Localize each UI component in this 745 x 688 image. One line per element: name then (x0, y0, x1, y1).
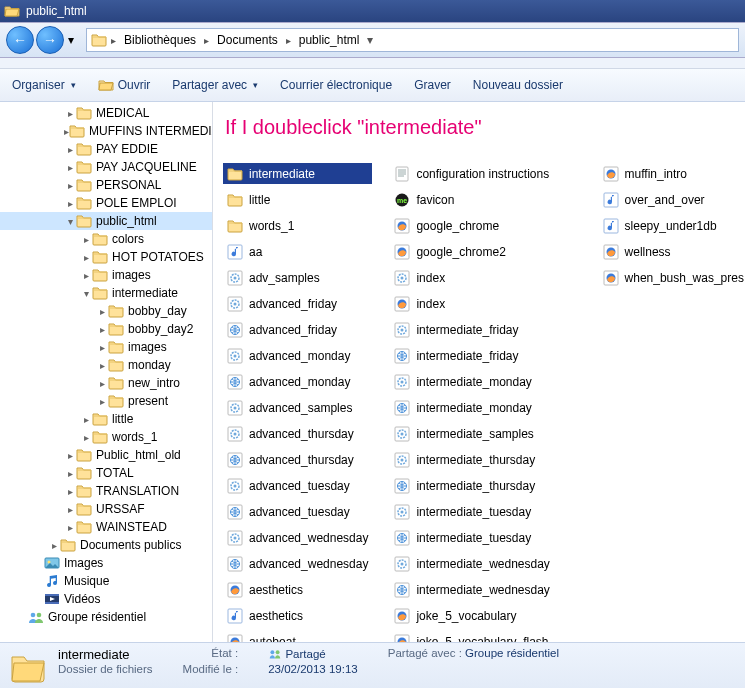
tree-item[interactable]: ▸MEDICAL (0, 104, 212, 122)
tree-item[interactable]: ▸PERSONAL (0, 176, 212, 194)
tree-item[interactable]: ▸bobby_day (0, 302, 212, 320)
file-item[interactable]: intermediate_friday (390, 345, 580, 366)
expand-toggle[interactable]: ▸ (96, 378, 108, 389)
tree-item[interactable]: ▸Documents publics (0, 536, 212, 554)
expand-toggle[interactable]: ▸ (96, 324, 108, 335)
crumb-2[interactable]: public_html (295, 31, 364, 49)
tree-item[interactable]: ▸MUFFINS INTERMEDIATI (0, 122, 212, 140)
file-item[interactable]: intermediate_tuesday (390, 527, 580, 548)
expand-toggle[interactable]: ▸ (80, 252, 92, 263)
tree-item[interactable]: Vidéos (0, 590, 212, 608)
tree-item[interactable]: ▸URSSAF (0, 500, 212, 518)
email-button[interactable]: Courrier électronique (276, 76, 396, 94)
file-item[interactable]: intermediate_tuesday (390, 501, 580, 522)
tree-item[interactable]: Groupe résidentiel (0, 608, 212, 626)
expand-toggle[interactable]: ▸ (64, 504, 76, 515)
file-item[interactable]: google_chrome2 (390, 241, 580, 262)
tree-item[interactable]: Images (0, 554, 212, 572)
expand-toggle[interactable]: ▸ (64, 198, 76, 209)
crumb-0[interactable]: Bibliothèques (120, 31, 200, 49)
file-item[interactable]: aesthetics (223, 605, 372, 626)
tree-item[interactable]: ▸bobby_day2 (0, 320, 212, 338)
tree-item[interactable]: ▸PAY JACQUELINE (0, 158, 212, 176)
tree-item[interactable]: ▾public_html (0, 212, 212, 230)
expand-toggle[interactable]: ▸ (64, 486, 76, 497)
tree-item[interactable]: ▸POLE EMPLOI (0, 194, 212, 212)
file-item[interactable]: advanced_friday (223, 319, 372, 340)
file-item[interactable]: advanced_thursday (223, 423, 372, 444)
tree-item[interactable]: ▸Public_html_old (0, 446, 212, 464)
file-item[interactable]: intermediate_thursday (390, 449, 580, 470)
tree-item[interactable]: ▸TOTAL (0, 464, 212, 482)
file-item[interactable]: advanced_wednesday (223, 527, 372, 548)
expand-toggle[interactable]: ▸ (96, 342, 108, 353)
tree-item[interactable]: ▸WAINSTEAD (0, 518, 212, 536)
file-item[interactable]: over_and_over (599, 189, 745, 210)
file-item[interactable]: intermediate_monday (390, 397, 580, 418)
breadcrumb[interactable]: Bibliothèques Documents public_html ▾ (86, 28, 739, 52)
expand-toggle[interactable]: ▸ (80, 432, 92, 443)
history-dropdown[interactable]: ▾ (64, 27, 78, 53)
organize-button[interactable]: Organiser (8, 76, 80, 94)
file-item[interactable]: wellness (599, 241, 745, 262)
expand-toggle[interactable]: ▸ (80, 270, 92, 281)
file-item[interactable]: aa (223, 241, 372, 262)
share-with-button[interactable]: Partager avec (168, 76, 262, 94)
file-item[interactable]: advanced_tuesday (223, 501, 372, 522)
tree-item[interactable]: ▾intermediate (0, 284, 212, 302)
expand-toggle[interactable]: ▸ (80, 414, 92, 425)
expand-toggle[interactable]: ▸ (64, 180, 76, 191)
file-item[interactable]: index (390, 267, 580, 288)
folder-tree[interactable]: ▸MEDICAL▸MUFFINS INTERMEDIATI▸PAY EDDIE▸… (0, 102, 213, 642)
file-item[interactable]: intermediate_thursday (390, 475, 580, 496)
tree-item[interactable]: ▸little (0, 410, 212, 428)
file-item[interactable]: intermediate (223, 163, 372, 184)
new-folder-button[interactable]: Nouveau dossier (469, 76, 567, 94)
file-item[interactable]: joke_5_vocabulary_flash (390, 631, 580, 642)
tree-item[interactable]: ▸images (0, 266, 212, 284)
file-item[interactable]: intermediate_monday (390, 371, 580, 392)
tree-item[interactable]: ▸PAY EDDIE (0, 140, 212, 158)
expand-toggle[interactable]: ▸ (80, 234, 92, 245)
expand-toggle[interactable]: ▸ (64, 522, 76, 533)
file-item[interactable]: configuration instructions (390, 163, 580, 184)
file-item[interactable]: words_1 (223, 215, 372, 236)
tree-item[interactable]: ▸new_intro (0, 374, 212, 392)
tree-item[interactable]: ▸images (0, 338, 212, 356)
expand-toggle[interactable]: ▸ (64, 468, 76, 479)
file-item[interactable]: intermediate_friday (390, 319, 580, 340)
expand-toggle[interactable]: ▸ (64, 450, 76, 461)
file-item[interactable]: muffin_intro (599, 163, 745, 184)
open-button[interactable]: Ouvrir (94, 75, 155, 95)
file-item[interactable]: google_chrome (390, 215, 580, 236)
file-item[interactable]: joke_5_vocabulary (390, 605, 580, 626)
tree-item[interactable]: ▸words_1 (0, 428, 212, 446)
file-item[interactable]: intermediate_wednesday (390, 579, 580, 600)
tree-item[interactable]: ▸HOT POTATOES (0, 248, 212, 266)
forward-button[interactable]: → (36, 26, 64, 54)
content-pane[interactable]: If I doubleclick "intermediate" intermed… (213, 102, 745, 642)
tree-item[interactable]: ▸monday (0, 356, 212, 374)
expand-toggle[interactable]: ▸ (96, 396, 108, 407)
expand-toggle[interactable]: ▾ (80, 288, 92, 299)
file-item[interactable]: autobeat (223, 631, 372, 642)
tree-item[interactable]: ▸present (0, 392, 212, 410)
expand-toggle[interactable]: ▾ (64, 216, 76, 227)
file-item[interactable]: favicon (390, 189, 580, 210)
tree-item[interactable]: ▸TRANSLATION (0, 482, 212, 500)
file-item[interactable]: intermediate_wednesday (390, 553, 580, 574)
burn-button[interactable]: Graver (410, 76, 455, 94)
crumb-1[interactable]: Documents (213, 31, 282, 49)
file-item[interactable]: little (223, 189, 372, 210)
back-button[interactable]: ← (6, 26, 34, 54)
file-item[interactable]: advanced_tuesday (223, 475, 372, 496)
crumb-tail-arrow[interactable]: ▾ (365, 33, 375, 47)
file-item[interactable]: advanced_wednesday (223, 553, 372, 574)
tree-item[interactable]: Musique (0, 572, 212, 590)
file-item[interactable]: adv_samples (223, 267, 372, 288)
file-item[interactable]: advanced_monday (223, 345, 372, 366)
file-item[interactable]: intermediate_samples (390, 423, 580, 444)
expand-toggle[interactable]: ▸ (64, 108, 76, 119)
file-item[interactable]: advanced_monday (223, 371, 372, 392)
expand-toggle[interactable]: ▸ (64, 162, 76, 173)
